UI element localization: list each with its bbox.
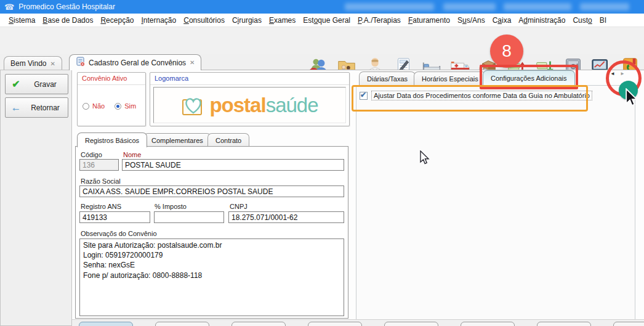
menu-item-sistema[interactable]: Sistema: [5, 14, 39, 26]
configuracoes-adicionais-page: [356, 85, 635, 319]
menu-bar: SistemaBase de DadosRecepçãoInternaçãoCo…: [0, 14, 644, 27]
tab-label: Contrato: [215, 137, 241, 144]
menu-item-faturamento[interactable]: Faturamento: [405, 14, 454, 26]
adjust-date-checkbox[interactable]: [360, 92, 368, 100]
return-button[interactable]: ← Retornar: [5, 97, 68, 118]
return-button-label: Retornar: [26, 104, 68, 112]
observacoes-label: Observaçõs do Convênio: [81, 230, 157, 237]
document-badge-icon: [76, 57, 85, 68]
menu-item-p-a-terapias[interactable]: P.A./Terapias: [354, 14, 405, 26]
razao-social-field[interactable]: [79, 185, 344, 197]
action-sidebar: ✔ Gravar ← Retornar: [0, 70, 72, 326]
redacted-version-text: [345, 3, 434, 10]
tab-label: Registros Básicos: [85, 137, 139, 144]
codigo-field[interactable]: [79, 159, 119, 171]
menu-item-administra-o[interactable]: Administração: [515, 14, 569, 26]
tab-scroll-right-icon[interactable]: ►: [620, 71, 625, 76]
radio-label: Não: [92, 102, 105, 110]
tab-complementares[interactable]: Complementares: [143, 133, 211, 147]
tab-scroll-left-icon[interactable]: ◄: [610, 71, 615, 76]
menu-item-interna-o[interactable]: Internação: [137, 14, 180, 26]
logomarca-groupbox: Logomarca postal saúde: [150, 72, 350, 126]
tab-scroll-arrows: ◄ ►: [607, 68, 628, 78]
menu-item-exames[interactable]: Exames: [265, 14, 299, 26]
menu-item-base-de-dados[interactable]: Base de Dados: [39, 14, 97, 26]
bottom-tab-button[interactable]: [613, 322, 644, 326]
tab-diarias-taxas[interactable]: Diárias/Taxas: [359, 71, 416, 86]
groupbox-title: Logomarca: [150, 73, 349, 85]
menu-item-sus-ans[interactable]: Sus/Ans: [454, 14, 489, 26]
adjust-date-checkbox-label[interactable]: Ajustar Data dos Procedimentos conforme …: [371, 91, 592, 100]
convenio-ativo-groupbox: Convênio Ativo NãoSim: [77, 72, 146, 126]
codigo-label: Código: [81, 151, 102, 158]
save-button[interactable]: ✔ Gravar: [5, 74, 68, 94]
tab-configuracoes-adicionais[interactable]: Configurações Adicionais: [483, 70, 575, 86]
tab-label: Cadastro Geral de Convênios: [89, 59, 186, 67]
tab-label: Horários Especiais: [422, 75, 478, 83]
menu-item-custo[interactable]: Custo: [569, 14, 595, 26]
bottom-tab-button[interactable]: [308, 322, 362, 326]
bottom-tab-button[interactable]: [79, 322, 133, 326]
tab-registros-basicos[interactable]: Registros Básicos: [77, 132, 147, 147]
redacted-version-text: [580, 3, 629, 10]
bottom-tab-button[interactable]: [537, 322, 591, 326]
brand-word-saude: saúde: [266, 95, 318, 115]
close-tab-icon[interactable]: ✕: [50, 60, 55, 67]
menu-item-recep-o[interactable]: Recepção: [97, 14, 137, 26]
toolbar: $: [0, 27, 644, 54]
adjust-date-row: Ajustar Data dos Procedimentos conforme …: [360, 91, 592, 100]
bottom-tab-button[interactable]: [461, 322, 515, 326]
bottom-tab-button[interactable]: [231, 322, 286, 326]
radio-option-sim[interactable]: Sim: [115, 102, 136, 110]
tab-contrato[interactable]: Contrato: [207, 133, 249, 147]
brand-word-postal: postal: [209, 95, 265, 115]
redacted-version-text: [504, 3, 571, 10]
app-window: ☎ Promedico Gestão Hospitalar SistemaBas…: [0, 0, 644, 326]
radio-option-n-o[interactable]: Não: [83, 102, 105, 110]
menu-item-caixa[interactable]: Caixa: [489, 14, 515, 26]
redacted-version-text: [443, 3, 496, 10]
radio-label: Sim: [124, 102, 136, 110]
menu-item-cirurgias[interactable]: Cirurgias: [228, 14, 265, 26]
registro-ans-label: Registro ANS: [81, 203, 121, 210]
window-titlebar: ☎ Promedico Gestão Hospitalar: [0, 0, 644, 14]
check-icon: ✔: [6, 78, 26, 90]
registro-ans-field[interactable]: [79, 211, 150, 223]
cnpj-label: CNPJ: [230, 203, 248, 210]
cnpj-field[interactable]: [228, 211, 344, 223]
app-logo-phone-icon: ☎: [4, 3, 14, 11]
tab-label: Configurações Adicionais: [491, 75, 567, 82]
tab-horarios-especiais[interactable]: Horários Especiais: [414, 71, 486, 86]
nome-field[interactable]: [122, 159, 344, 171]
brand-logo: postal saúde: [153, 87, 346, 123]
tab-cadastro-geral-de-convenios[interactable]: Cadastro Geral de Convênios ✕: [69, 54, 201, 70]
tab-label: Complementares: [151, 137, 203, 144]
back-arrow-icon: ←: [6, 102, 26, 113]
groupbox-title: Convênio Ativo: [78, 73, 145, 85]
registros-basicos-page: Código Nome Razão Social Registro ANS % …: [75, 146, 348, 319]
nome-label: Nome: [123, 151, 141, 158]
bottom-tab-strip: [72, 319, 644, 326]
save-button-label: Gravar: [26, 80, 68, 89]
razao-social-label: Razão Social: [81, 177, 121, 185]
tab-bem-vindo[interactable]: Bem Vindo ✕: [4, 56, 62, 70]
convenio-ativo-options: NãoSim: [83, 102, 136, 110]
window-title: Promedico Gestão Hospitalar: [18, 2, 115, 11]
menu-item-estoque-geral[interactable]: Estoque Geral: [299, 14, 354, 26]
imposto-field[interactable]: [154, 211, 224, 223]
radio-circle-icon: [115, 103, 121, 110]
bottom-tab-button[interactable]: [384, 322, 438, 326]
radio-circle-icon: [83, 103, 89, 110]
envelope-heart-icon: [181, 92, 209, 118]
tab-label: Diárias/Taxas: [367, 75, 408, 83]
observacoes-field[interactable]: Site para Autorização: postalsaude.com.b…: [79, 238, 344, 316]
tab-label: Bem Vindo: [10, 59, 46, 68]
menu-item-bi[interactable]: BI: [596, 14, 610, 26]
close-tab-icon[interactable]: ✕: [190, 59, 195, 66]
imposto-label: % Imposto: [155, 203, 187, 210]
menu-item-consult-rios[interactable]: Consultórios: [180, 14, 228, 26]
bottom-tab-button[interactable]: [155, 322, 209, 326]
